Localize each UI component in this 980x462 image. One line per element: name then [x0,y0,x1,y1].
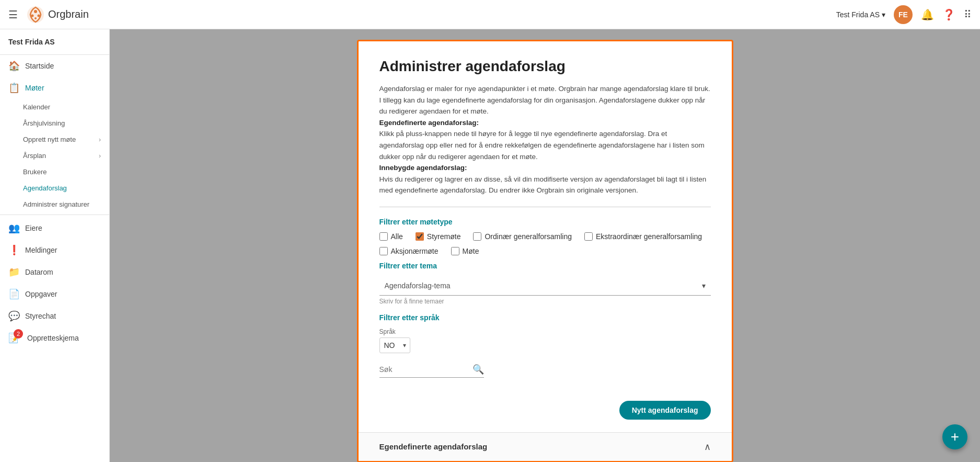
avatar-initials: FE [898,10,908,19]
new-agendaforslag-button[interactable]: Nytt agendaforslag [619,401,711,420]
checkbox-ekstraordinaer-label: Ekstraordinær generalforsamling [596,232,702,241]
sub-label-agendaforslag: Agendaforslag [23,184,67,192]
checkbox-mote-label: Møte [463,247,479,255]
checkbox-aksjonaermote-label: Aksjonærmøte [391,247,439,255]
fab-icon: + [951,429,959,445]
tema-select[interactable]: Agendaforslag-tema [379,276,711,296]
notifications-icon[interactable]: 🔔 [921,8,934,21]
svg-point-4 [34,17,37,19]
sidebar-item-styrechat[interactable]: 💬 Styrechat [0,305,109,327]
modal-label-innebygde: Innebygde agendaforslag: [379,164,467,172]
sidebar-item-label-oppgaver: Oppgaver [25,290,57,298]
sidebar-sub-administrer-signaturer[interactable]: Administrer signaturer [0,196,109,212]
bottom-section-title: Egendefinerte agendaforslag [379,442,488,451]
modal-title: Administrer agendaforslag [379,58,711,75]
sprak-label: Språk [379,328,711,335]
sub-label-signaturer: Administrer signaturer [23,200,89,208]
sidebar-sub-moter: Kalender Årshjulvisning Opprett nytt møt… [0,99,109,212]
tema-hint: Skriv for å finne temaer [379,298,711,305]
alert-icon: ❗ [8,244,20,256]
svg-point-1 [34,10,37,13]
search-bar: 🔍 [379,364,484,378]
checkbox-row-1: Alle Styremøte Ordinær generalforsamling [379,232,711,241]
modal-description: Agendaforslag er maler for nye agendapun… [379,83,711,196]
checkbox-mote[interactable]: Møte [451,247,479,255]
main-layout: Test Frida AS 🏠 Startside 📋 Møter Kalend… [0,29,980,462]
sidebar-sub-agendaforslag[interactable]: Agendaforslag [0,180,109,196]
company-selector[interactable]: Test Frida AS ▾ [836,10,885,19]
help-icon[interactable]: ❓ [942,8,955,21]
people-icon: 👥 [8,222,20,234]
modal-desc-innebygde-label: Innebygde agendaforslag: [379,162,711,174]
checkbox-alle[interactable]: Alle [379,232,403,241]
checkbox-alle-input[interactable] [379,232,388,241]
chevron-down-icon: ▾ [882,10,885,19]
checkbox-row-2: Aksjonærmøte Møte [379,247,711,255]
checkbox-ordinaer-label: Ordinær generalforsamling [485,232,572,241]
apps-icon[interactable]: ⠿ [964,8,972,21]
topbar: ☰ Orgbrain Test Frida AS ▾ FE 🔔 ❓ ⠿ [0,0,980,29]
tasks-icon: 📄 [8,288,20,300]
checkbox-styremote-input[interactable] [416,232,424,241]
sidebar-sub-arsplan[interactable]: Årsplan › [0,148,109,164]
sidebar-item-moter[interactable]: 📋 Møter [0,77,109,99]
modal-bottom-section: Egendefinerte agendaforslag ∧ [359,432,732,461]
checkbox-styremote[interactable]: Styremøte [416,232,461,241]
sub-label-arsplan: Årsplan [23,152,46,160]
sidebar-item-datarom[interactable]: 📁 Datarom [0,261,109,283]
modal-footer: Nytt agendaforslag [359,401,732,432]
checkbox-ekstraordinaer-input[interactable] [584,232,593,241]
sprak-select-wrapper: NO EN SE DK [379,337,410,353]
topbar-left: ☰ Orgbrain [8,5,89,24]
fab-button[interactable]: + [942,424,967,449]
filter-motetype-label[interactable]: Filtrer etter møtetype [379,218,711,226]
home-icon: 🏠 [8,60,20,72]
search-section: 🔍 [379,364,711,378]
checkbox-aksjonaermote-input[interactable] [379,247,388,255]
checkbox-aksjonaermote[interactable]: Aksjonærmøte [379,247,439,255]
sidebar-company-name: Test Frida AS [0,29,109,55]
filter-sprak-label[interactable]: Filtrer etter språk [379,313,711,322]
svg-point-2 [38,14,40,17]
chat-icon: 💬 [8,310,20,322]
folder-icon: 📁 [8,266,20,278]
arrow-icon: › [99,136,101,143]
checkbox-ekstraordinaer[interactable]: Ekstraordinær generalforsamling [584,232,702,241]
sidebar-item-label-datarom: Datarom [25,268,53,276]
modal-desc-3: Hvis du redigerer og lagrer en av disse,… [379,174,711,196]
sidebar-sub-brukere[interactable]: Brukere [0,164,109,180]
sidebar-item-eiere[interactable]: 👥 Eiere [0,217,109,239]
hamburger-icon[interactable]: ☰ [8,8,18,21]
search-input[interactable] [379,365,472,374]
sidebar-sub-kalender[interactable]: Kalender [0,99,109,115]
modal-divider [379,207,711,207]
sidebar-item-label-startside: Startside [25,62,54,70]
sidebar-sub-arshjulvisning[interactable]: Årshjulvisning [0,115,109,131]
sidebar-item-meldinger[interactable]: ❗ Meldinger [0,239,109,261]
sidebar-item-label-styrechat: Styrechat [25,312,56,320]
sub-label-brukere: Brukere [23,168,47,176]
modal: Administrer agendaforslag Agendaforslag … [357,40,733,462]
modal-body: Administrer agendaforslag Agendaforslag … [359,41,732,401]
avatar[interactable]: FE [894,5,913,24]
sub-label-opprett: Opprett nytt møte [23,136,76,143]
logo-icon [26,5,45,24]
sidebar-item-oppretteskjema[interactable]: 📝 2 Oppretteskjema [0,327,109,349]
company-name: Test Frida AS [836,10,880,19]
sidebar-item-startside[interactable]: 🏠 Startside [0,55,109,77]
topbar-right: Test Frida AS ▾ FE 🔔 ❓ ⠿ [836,5,972,24]
search-icon: 🔍 [472,364,484,375]
filter-tema-label[interactable]: Filtrer etter tema [379,262,711,270]
sprak-select[interactable]: NO EN SE DK [379,337,410,353]
checkbox-mote-input[interactable] [451,247,459,255]
collapse-icon[interactable]: ∧ [704,441,711,453]
checkbox-ordinaer-input[interactable] [473,232,481,241]
checkbox-ordinaer[interactable]: Ordinær generalforsamling [473,232,572,241]
checkbox-styremote-label: Styremøte [427,232,461,241]
badge-count: 2 [14,329,23,339]
checkbox-alle-label: Alle [391,232,403,241]
sidebar-item-label-eiere: Eiere [25,224,42,232]
sidebar-item-oppgaver[interactable]: 📄 Oppgaver [0,283,109,305]
modal-overlay: Administrer agendaforslag Agendaforslag … [110,29,980,462]
sidebar-sub-opprett-nytt-mote[interactable]: Opprett nytt møte › [0,131,109,148]
